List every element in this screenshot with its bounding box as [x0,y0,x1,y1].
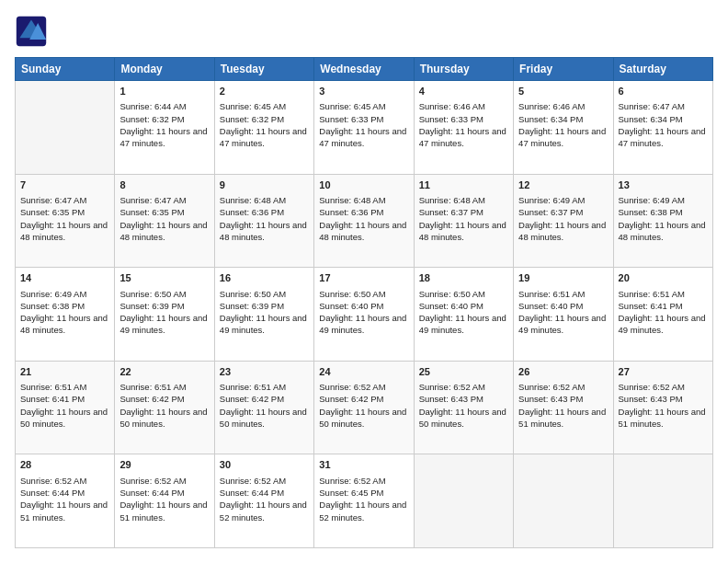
calendar-cell: 10Sunrise: 6:48 AMSunset: 6:36 PMDayligh… [314,174,414,268]
day-info: Sunset: 6:43 PM [518,393,608,405]
day-info: Sunrise: 6:51 AM [518,288,608,300]
day-info: Sunrise: 6:49 AM [518,194,608,206]
day-info: Sunset: 6:40 PM [518,300,608,312]
day-number: 7 [20,178,109,192]
logo-icon [15,15,48,48]
day-info: Sunset: 6:32 PM [220,113,309,125]
day-info: Sunset: 6:34 PM [619,113,708,125]
day-info: Daylight: 11 hours and 48 minutes. [20,312,109,337]
calendar-cell: 31Sunrise: 6:52 AMSunset: 6:45 PMDayligh… [314,454,414,548]
day-info: Sunrise: 6:46 AM [518,100,608,112]
calendar-cell: 11Sunrise: 6:48 AMSunset: 6:37 PMDayligh… [414,174,513,268]
day-info: Sunset: 6:43 PM [619,393,708,405]
day-number: 15 [119,271,209,285]
day-info: Daylight: 11 hours and 48 minutes. [20,219,109,244]
day-info: Sunset: 6:36 PM [319,206,408,218]
day-info: Sunrise: 6:49 AM [619,194,708,206]
day-info: Sunrise: 6:46 AM [419,100,508,112]
day-info: Sunrise: 6:52 AM [319,381,408,393]
day-info: Daylight: 11 hours and 49 minutes. [419,312,508,337]
day-number: 3 [319,85,408,98]
calendar-cell: 14Sunrise: 6:49 AMSunset: 6:38 PMDayligh… [16,268,115,362]
day-info: Sunrise: 6:44 AM [119,100,209,112]
day-number: 24 [319,365,408,379]
day-info: Sunrise: 6:51 AM [619,288,708,300]
day-number: 1 [119,85,209,98]
day-number: 26 [518,365,608,379]
day-info: Sunset: 6:34 PM [518,113,608,125]
calendar-cell: 30Sunrise: 6:52 AMSunset: 6:44 PMDayligh… [214,454,313,548]
calendar-cell: 20Sunrise: 6:51 AMSunset: 6:41 PMDayligh… [613,268,712,362]
day-number: 28 [20,458,109,472]
calendar-row-0: 1Sunrise: 6:44 AMSunset: 6:32 PMDaylight… [16,81,713,175]
day-info: Sunrise: 6:51 AM [220,381,309,393]
day-info: Daylight: 11 hours and 47 minutes. [619,125,708,150]
day-info: Sunset: 6:35 PM [119,206,209,218]
day-number: 10 [319,178,408,192]
day-number: 23 [220,365,309,379]
day-info: Daylight: 11 hours and 51 minutes. [518,406,608,431]
day-number: 11 [419,178,508,192]
day-number: 14 [20,271,109,285]
day-number: 13 [619,178,708,192]
day-info: Sunset: 6:40 PM [419,300,508,312]
day-info: Sunset: 6:33 PM [319,113,408,125]
calendar-cell: 24Sunrise: 6:52 AMSunset: 6:42 PMDayligh… [314,361,414,454]
day-info: Sunset: 6:38 PM [20,300,109,312]
day-info: Sunset: 6:44 PM [119,487,209,499]
day-info: Daylight: 11 hours and 47 minutes. [419,125,508,150]
day-info: Sunset: 6:38 PM [619,206,708,218]
day-info: Sunset: 6:36 PM [220,206,309,218]
day-number: 8 [119,178,209,192]
calendar-cell: 27Sunrise: 6:52 AMSunset: 6:43 PMDayligh… [613,361,712,454]
day-info: Daylight: 11 hours and 51 minutes. [119,499,209,523]
day-info: Sunrise: 6:50 AM [319,288,408,300]
day-info: Sunset: 6:33 PM [419,113,508,125]
day-info: Daylight: 11 hours and 52 minutes. [319,499,408,523]
day-info: Sunset: 6:42 PM [319,393,408,405]
day-number: 31 [319,458,408,472]
day-info: Sunrise: 6:52 AM [20,475,109,487]
day-info: Daylight: 11 hours and 50 minutes. [220,406,309,431]
day-info: Sunset: 6:42 PM [220,393,309,405]
day-info: Daylight: 11 hours and 51 minutes. [20,499,109,523]
calendar-cell: 4Sunrise: 6:46 AMSunset: 6:33 PMDaylight… [414,81,513,175]
calendar-cell: 15Sunrise: 6:50 AMSunset: 6:39 PMDayligh… [115,268,214,362]
calendar-cell: 8Sunrise: 6:47 AMSunset: 6:35 PMDaylight… [115,174,214,268]
day-info: Daylight: 11 hours and 49 minutes. [319,312,408,337]
day-info: Daylight: 11 hours and 50 minutes. [119,406,209,431]
day-info: Sunset: 6:44 PM [20,487,109,499]
day-number: 27 [619,365,708,379]
day-number: 19 [518,271,608,285]
calendar-cell: 23Sunrise: 6:51 AMSunset: 6:42 PMDayligh… [214,361,313,454]
calendar-cell: 17Sunrise: 6:50 AMSunset: 6:40 PMDayligh… [314,268,414,362]
day-info: Sunrise: 6:52 AM [619,381,708,393]
day-info: Daylight: 11 hours and 47 minutes. [119,125,209,150]
day-number: 22 [119,365,209,379]
day-number: 12 [518,178,608,192]
day-info: Daylight: 11 hours and 52 minutes. [220,499,309,523]
calendar-cell: 28Sunrise: 6:52 AMSunset: 6:44 PMDayligh… [16,454,115,548]
day-info: Daylight: 11 hours and 48 minutes. [319,219,408,244]
header [15,15,713,48]
calendar-cell: 5Sunrise: 6:46 AMSunset: 6:34 PMDaylight… [514,81,613,175]
day-info: Daylight: 11 hours and 50 minutes. [20,406,109,431]
day-info: Sunrise: 6:47 AM [119,194,209,206]
day-info: Sunset: 6:43 PM [419,393,508,405]
page: SundayMondayTuesdayWednesdayThursdayFrid… [0,0,728,563]
calendar-cell: 13Sunrise: 6:49 AMSunset: 6:38 PMDayligh… [613,174,712,268]
day-info: Sunrise: 6:45 AM [220,100,309,112]
day-info: Sunset: 6:32 PM [119,113,209,125]
day-info: Sunrise: 6:52 AM [518,381,608,393]
calendar-row-4: 28Sunrise: 6:52 AMSunset: 6:44 PMDayligh… [16,454,713,548]
day-info: Daylight: 11 hours and 48 minutes. [220,219,309,244]
day-info: Daylight: 11 hours and 49 minutes. [619,312,708,337]
day-info: Sunset: 6:37 PM [419,206,508,218]
calendar-cell: 12Sunrise: 6:49 AMSunset: 6:37 PMDayligh… [514,174,613,268]
day-info: Sunset: 6:40 PM [319,300,408,312]
calendar-cell [613,454,712,548]
weekday-header-thursday: Thursday [414,58,513,81]
day-info: Sunset: 6:41 PM [619,300,708,312]
day-info: Sunset: 6:45 PM [319,487,408,499]
day-number: 25 [419,365,508,379]
